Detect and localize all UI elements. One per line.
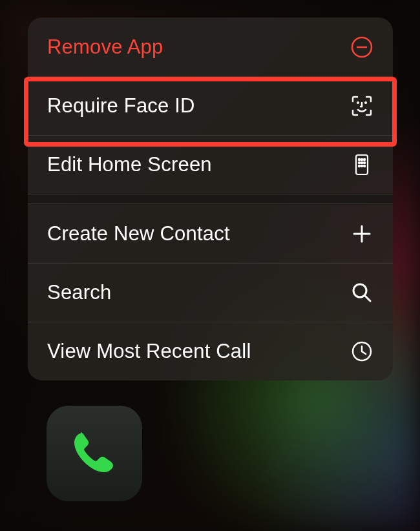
menu-item-edit-home-screen[interactable]: Edit Home Screen <box>28 135 393 194</box>
menu-label: Remove App <box>47 36 163 59</box>
phone-app-icon[interactable] <box>47 406 142 501</box>
menu-item-require-face-id[interactable]: Require Face ID <box>28 76 393 135</box>
menu-label: Create New Contact <box>47 222 230 245</box>
svg-point-11 <box>359 165 360 167</box>
minus-circle-icon <box>350 36 373 59</box>
context-menu: Remove App Require Face ID <box>28 17 393 380</box>
svg-point-2 <box>357 102 359 103</box>
menu-item-create-contact[interactable]: Create New Contact <box>28 204 393 263</box>
menu-label: Edit Home Screen <box>47 153 212 176</box>
search-icon <box>350 281 373 304</box>
phone-icon <box>67 424 122 483</box>
svg-point-3 <box>365 102 366 103</box>
menu-item-view-recent-call[interactable]: View Most Recent Call <box>28 322 393 380</box>
plus-icon <box>350 222 373 245</box>
menu-label: Search <box>47 281 111 304</box>
svg-point-8 <box>359 162 360 163</box>
svg-line-17 <box>365 296 370 301</box>
svg-point-9 <box>361 162 362 163</box>
face-id-icon <box>350 94 373 118</box>
svg-point-10 <box>364 162 365 163</box>
apps-icon <box>350 153 373 176</box>
svg-point-5 <box>359 159 360 160</box>
svg-point-13 <box>364 165 365 167</box>
svg-point-6 <box>361 159 362 160</box>
clock-icon <box>350 340 373 363</box>
menu-item-remove-app[interactable]: Remove App <box>28 17 393 76</box>
menu-item-search[interactable]: Search <box>28 263 393 322</box>
menu-section-divider <box>28 194 393 204</box>
menu-label: Require Face ID <box>47 94 195 118</box>
svg-point-7 <box>364 159 365 160</box>
menu-label: View Most Recent Call <box>47 340 251 363</box>
svg-point-12 <box>361 165 362 167</box>
